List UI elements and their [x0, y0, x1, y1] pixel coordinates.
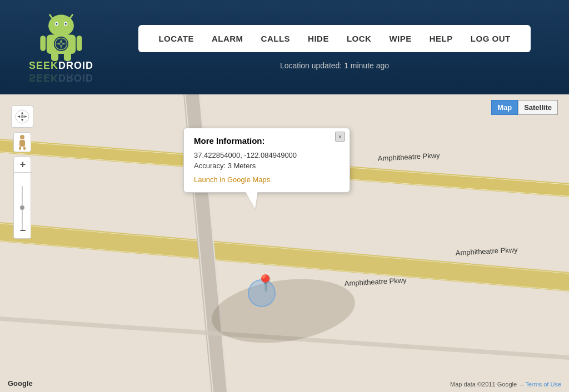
- svg-point-39: [20, 135, 24, 139]
- terms-of-use-link[interactable]: Terms of Use: [525, 381, 561, 388]
- popup-google-maps-link[interactable]: Launch in Google Maps: [194, 175, 270, 184]
- popup-coordinates: 37.422854000, -122.084949000: [194, 151, 340, 159]
- nav-item-wipe[interactable]: WIPE: [380, 31, 420, 47]
- logo-area: SEEKDROID SEEKDROID: [11, 11, 111, 83]
- nav-item-alarm[interactable]: ALARM: [203, 31, 252, 47]
- person-control[interactable]: [13, 132, 31, 152]
- zoom-control: + −: [13, 157, 31, 239]
- svg-rect-40: [19, 140, 25, 147]
- nav-item-locate[interactable]: LOCATE: [149, 31, 203, 47]
- svg-point-2: [48, 15, 74, 37]
- svg-point-38: [21, 115, 24, 118]
- zoom-in-button[interactable]: +: [14, 157, 32, 173]
- map-controls: + −: [11, 105, 33, 239]
- svg-rect-8: [40, 36, 46, 51]
- android-logo: [36, 11, 86, 61]
- map-type-satellite-button[interactable]: Satellite: [518, 100, 558, 115]
- svg-point-5: [56, 23, 57, 24]
- nav-item-help[interactable]: HELP: [421, 31, 462, 47]
- droid-text: DROID: [58, 60, 93, 71]
- nav-item-logout[interactable]: LOG OUT: [462, 31, 520, 47]
- map-data-text: Map data ©2011 Google: [450, 381, 517, 388]
- svg-rect-41: [19, 147, 21, 150]
- nav-item-hide[interactable]: HIDE: [299, 31, 338, 47]
- popup-close-button[interactable]: ×: [335, 132, 345, 142]
- logo-reflection: SEEKDROID: [29, 72, 93, 83]
- zoom-thumb[interactable]: [20, 205, 24, 210]
- info-popup: × More Information: 37.422854000, -122.0…: [183, 128, 350, 193]
- popup-accuracy: Accuracy: 3 Meters: [194, 162, 340, 170]
- map-type-map-button[interactable]: Map: [491, 100, 518, 115]
- location-status: Location updated: 1 minute ago: [280, 61, 389, 70]
- map-footer: Map data ©2011 Google – Terms of Use: [450, 381, 561, 388]
- svg-rect-42: [23, 147, 26, 150]
- logo-text: SEEKDROID SEEKDROID: [29, 58, 93, 83]
- nav-area: LOCATE ALARM CALLS HIDE LOCK WIPE HELP L…: [111, 25, 558, 70]
- zoom-out-button[interactable]: −: [14, 223, 32, 238]
- pin-marker-icon: 📍: [256, 274, 275, 292]
- pan-control[interactable]: [11, 105, 33, 128]
- nav-item-calls[interactable]: CALLS: [252, 31, 300, 47]
- nav-item-lock[interactable]: LOCK: [338, 31, 381, 47]
- map-container: Amphitheatre Pkwy Amphitheatre Pkwy Amph…: [0, 94, 569, 392]
- google-branding: Google: [8, 379, 33, 388]
- svg-point-16: [60, 42, 63, 45]
- map-pin: 📍: [256, 274, 275, 292]
- nav-bar: LOCATE ALARM CALLS HIDE LOCK WIPE HELP L…: [138, 25, 530, 52]
- svg-rect-9: [77, 36, 82, 51]
- svg-point-6: [65, 23, 67, 24]
- app-header: SEEKDROID SEEKDROID LOCATE ALARM CALLS H…: [0, 0, 569, 94]
- seek-text: SEEK: [29, 60, 58, 71]
- map-type-controls: Map Satellite: [491, 100, 558, 115]
- popup-title: More Information:: [194, 136, 340, 145]
